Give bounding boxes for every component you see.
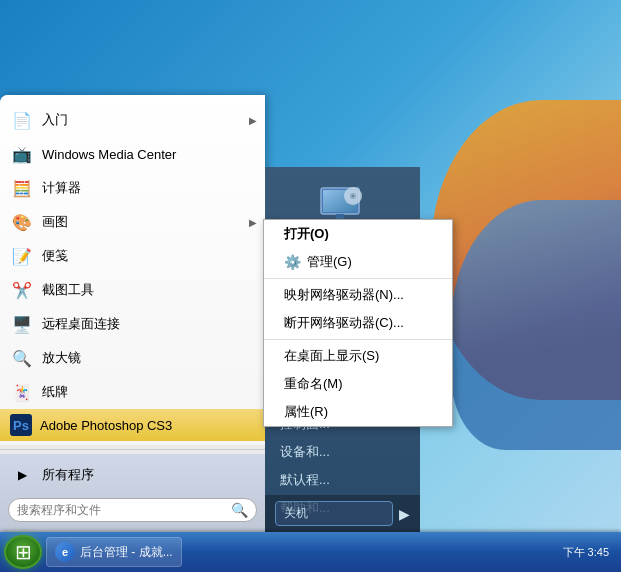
taskbar: ⊞ e 后台管理 - 成就... 下午 3:45 xyxy=(0,532,621,572)
shutdown-button[interactable]: 关机 xyxy=(275,501,393,526)
all-programs-arrow-icon: ▶ xyxy=(10,463,34,487)
context-item-manage[interactable]: ⚙️ 管理(G) xyxy=(264,248,452,276)
search-icon[interactable]: 🔍 xyxy=(231,502,248,518)
snip-label: 截图工具 xyxy=(42,281,94,299)
context-item-disconnect[interactable]: 断开网络驱动器(C)... xyxy=(264,309,452,337)
context-item-rename[interactable]: 重命名(M) xyxy=(264,370,452,398)
shutdown-arrow-icon[interactable]: ▶ xyxy=(399,506,410,522)
menu-separator xyxy=(0,449,265,450)
context-item-show-desktop[interactable]: 在桌面上显示(S) xyxy=(264,342,452,370)
rumen-label: 入门 xyxy=(42,111,68,129)
shutdown-area: 关机 ▶ xyxy=(265,495,420,532)
photoshop-label: Adobe Photoshop CS3 xyxy=(40,418,172,433)
paint-icon: 🎨 xyxy=(10,210,34,234)
wmc-label: Windows Media Center xyxy=(42,147,176,162)
start-menu-pinned-area: 📄 入门 ▶ 📺 Windows Media Center 🧮 计算器 🎨 xyxy=(0,95,265,445)
svg-point-7 xyxy=(352,195,354,197)
taskbar-system-tray: 下午 3:45 xyxy=(563,545,617,560)
desktop: 📄 入门 ▶ 📺 Windows Media Center 🧮 计算器 🎨 xyxy=(0,0,621,572)
magnify-label: 放大镜 xyxy=(42,349,81,367)
all-programs-label: 所有程序 xyxy=(42,466,94,484)
paint-arrow: ▶ xyxy=(249,217,257,228)
manage-label: 管理(G) xyxy=(307,253,352,271)
magnify-icon: 🔍 xyxy=(10,346,34,370)
remote-label: 远程桌面连接 xyxy=(42,315,120,333)
search-bar: 🔍 xyxy=(8,498,257,522)
solitaire-icon: 🃏 xyxy=(10,380,34,404)
active-window-label: 后台管理 - 成就... xyxy=(80,544,173,561)
menu-item-calc[interactable]: 🧮 计算器 xyxy=(0,171,265,205)
windows-orb-icon: ⊞ xyxy=(15,540,32,564)
menu-item-wmc[interactable]: 📺 Windows Media Center xyxy=(0,137,265,171)
menu-item-magnify[interactable]: 🔍 放大镜 xyxy=(0,341,265,375)
menu-item-snip[interactable]: ✂️ 截图工具 xyxy=(0,273,265,307)
start-menu-left-panel: 📄 入门 ▶ 📺 Windows Media Center 🧮 计算器 🎨 xyxy=(0,95,265,532)
snip-icon: ✂️ xyxy=(10,278,34,302)
wmc-icon: 📺 xyxy=(10,142,34,166)
taskbar-active-window[interactable]: e 后台管理 - 成就... xyxy=(46,537,182,567)
rumen-icon: 📄 xyxy=(10,108,34,132)
context-item-map-drive[interactable]: 映射网络驱动器(N)... xyxy=(264,281,452,309)
menu-item-photoshop[interactable]: Ps Adobe Photoshop CS3 xyxy=(0,409,265,441)
clock: 下午 3:45 xyxy=(563,545,609,560)
context-separator-2 xyxy=(264,339,452,340)
right-item-defaults[interactable]: 默认程... xyxy=(265,466,420,494)
menu-item-paint[interactable]: 🎨 画图 ▶ xyxy=(0,205,265,239)
start-menu-bottom-area: ▶ 所有程序 🔍 xyxy=(0,454,265,532)
context-separator-1 xyxy=(264,278,452,279)
menu-item-solitaire[interactable]: 🃏 纸牌 xyxy=(0,375,265,409)
start-button[interactable]: ⊞ xyxy=(4,535,42,569)
context-item-properties[interactable]: 属性(R) xyxy=(264,398,452,426)
menu-item-rumen[interactable]: 📄 入门 ▶ xyxy=(0,103,265,137)
right-item-devices[interactable]: 设备和... xyxy=(265,438,420,466)
context-menu: 打开(O) ⚙️ 管理(G) 映射网络驱动器(N)... 断开网络驱动器(C).… xyxy=(263,219,453,427)
menu-item-all-programs[interactable]: ▶ 所有程序 xyxy=(0,458,265,492)
manage-icon: ⚙️ xyxy=(284,254,301,270)
remote-icon: 🖥️ xyxy=(10,312,34,336)
search-input[interactable] xyxy=(17,503,231,517)
context-item-open[interactable]: 打开(O) xyxy=(264,220,452,248)
ps-icon: Ps xyxy=(10,414,32,436)
calc-label: 计算器 xyxy=(42,179,81,197)
notepad-label: 便笺 xyxy=(42,247,68,265)
paint-label: 画图 xyxy=(42,213,68,231)
menu-item-notepad[interactable]: 📝 便笺 xyxy=(0,239,265,273)
calc-icon: 🧮 xyxy=(10,176,34,200)
notepad-icon: 📝 xyxy=(10,244,34,268)
ie-icon: e xyxy=(55,542,75,562)
rumen-arrow: ▶ xyxy=(249,115,257,126)
solitaire-label: 纸牌 xyxy=(42,383,68,401)
menu-item-remote[interactable]: 🖥️ 远程桌面连接 xyxy=(0,307,265,341)
